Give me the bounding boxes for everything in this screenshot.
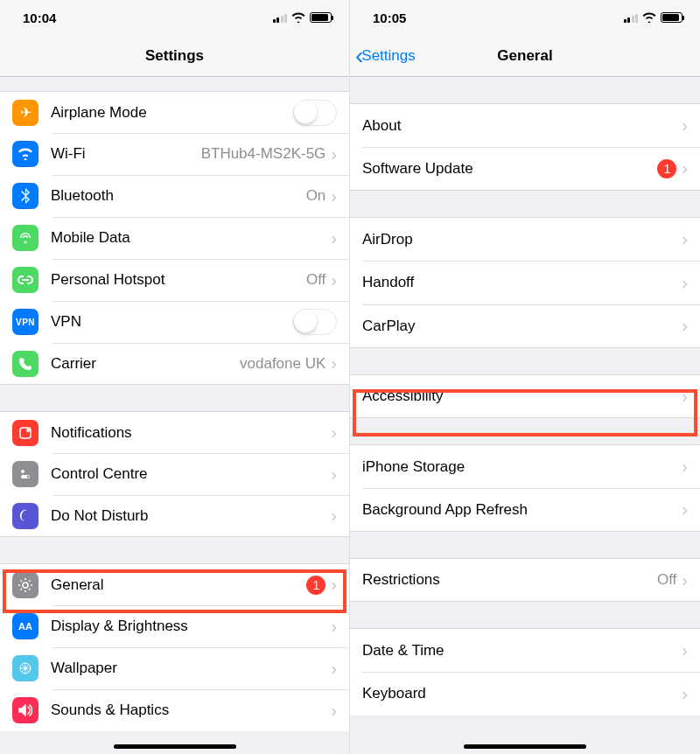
row-carplay[interactable]: CarPlay › <box>350 304 700 348</box>
row-label: Wallpaper <box>51 660 331 677</box>
row-carrier[interactable]: Carrier vodafone UK › <box>0 343 349 385</box>
row-label: Accessibility <box>362 387 682 405</box>
display-icon: AA <box>12 613 38 639</box>
settings-screen: 10:04 Settings ✈ Airplane Mode Wi-Fi BTH… <box>0 0 350 754</box>
row-accessibility[interactable]: Accessibility › <box>350 374 700 418</box>
chevron-right-icon: › <box>682 387 688 407</box>
row-keyboard[interactable]: Keyboard › <box>350 672 700 716</box>
chevron-right-icon: › <box>682 684 688 704</box>
row-label: Display & Brightness <box>51 618 331 635</box>
vpn-icon: VPN <box>12 309 38 335</box>
row-background-app-refresh[interactable]: Background App Refresh › <box>350 488 700 532</box>
row-date-time[interactable]: Date & Time › <box>350 628 700 672</box>
row-label: Control Centre <box>51 465 331 483</box>
row-display-brightness[interactable]: AA Display & Brightness › <box>0 605 349 647</box>
nav-bar: ‹ Settings General <box>350 35 700 77</box>
chevron-right-icon: › <box>682 158 688 178</box>
svg-point-4 <box>27 476 30 478</box>
row-label: VPN <box>51 313 293 331</box>
software-update-badge: 1 <box>657 159 676 178</box>
row-software-update[interactable]: Software Update 1 › <box>350 147 700 191</box>
chevron-right-icon: › <box>682 640 688 660</box>
row-airdrop[interactable]: AirDrop › <box>350 217 700 261</box>
row-label: General <box>51 576 306 594</box>
status-icons <box>624 12 683 23</box>
vpn-toggle[interactable] <box>293 309 337 335</box>
cellular-icon <box>624 13 639 23</box>
row-about[interactable]: About › <box>350 103 700 147</box>
row-mobile-data[interactable]: Mobile Data › <box>0 217 349 259</box>
chevron-right-icon: › <box>682 273 688 293</box>
chevron-right-icon: › <box>331 464 337 485</box>
nav-bar: Settings <box>0 35 349 77</box>
chevron-right-icon: › <box>682 457 688 477</box>
dnd-icon <box>12 503 38 529</box>
airplane-icon: ✈ <box>12 100 38 126</box>
row-value: On <box>306 187 326 205</box>
row-label: Mobile Data <box>51 229 331 247</box>
chevron-right-icon: › <box>682 316 688 336</box>
control-centre-icon <box>12 461 38 487</box>
row-label: About <box>362 117 682 135</box>
row-value: Off <box>306 271 326 289</box>
chevron-right-icon: › <box>331 506 337 526</box>
row-vpn[interactable]: VPN VPN <box>0 301 349 343</box>
row-label: Do Not Disturb <box>51 507 331 525</box>
row-general[interactable]: General 1 › <box>0 563 349 605</box>
clock: 10:04 <box>23 10 56 25</box>
row-label: Sounds & Haptics <box>51 702 331 719</box>
svg-point-1 <box>26 429 30 432</box>
chevron-right-icon: › <box>682 229 688 249</box>
row-label: Carrier <box>51 355 240 373</box>
row-label: Bluetooth <box>51 187 306 205</box>
page-title: Settings <box>145 47 204 65</box>
row-iphone-storage[interactable]: iPhone Storage › <box>350 444 700 488</box>
page-title: General <box>497 47 552 65</box>
wallpaper-icon <box>12 655 38 681</box>
row-do-not-disturb[interactable]: Do Not Disturb › <box>0 495 349 537</box>
bluetooth-icon <box>12 183 38 209</box>
row-label: Airplane Mode <box>51 104 293 122</box>
battery-icon <box>661 12 682 23</box>
back-button[interactable]: ‹ Settings <box>355 44 416 68</box>
row-label: CarPlay <box>362 318 682 335</box>
row-handoff[interactable]: Handoff › <box>350 261 700 304</box>
chevron-right-icon: › <box>331 144 337 164</box>
home-indicator[interactable] <box>114 744 236 749</box>
notifications-icon <box>12 420 38 446</box>
wifi-icon <box>291 12 305 23</box>
general-badge: 1 <box>306 576 326 595</box>
general-icon <box>12 572 38 598</box>
home-indicator[interactable] <box>464 744 586 749</box>
row-bluetooth[interactable]: Bluetooth On › <box>0 175 349 217</box>
chevron-right-icon: › <box>331 186 337 206</box>
row-label: Restrictions <box>362 571 657 589</box>
chevron-right-icon: › <box>682 499 688 520</box>
row-label: Personal Hotspot <box>51 271 306 289</box>
chevron-right-icon: › <box>331 422 337 443</box>
chevron-right-icon: › <box>682 115 688 136</box>
cellular-data-icon <box>12 225 38 251</box>
wifi-icon <box>642 12 656 23</box>
row-restrictions[interactable]: Restrictions Off › <box>350 558 700 602</box>
airplane-toggle[interactable] <box>293 100 337 126</box>
row-notifications[interactable]: Notifications › <box>0 411 349 453</box>
row-sounds-haptics[interactable]: Sounds & Haptics › <box>0 689 349 731</box>
row-value: vodafone UK <box>240 355 326 373</box>
row-wallpaper[interactable]: Wallpaper › <box>0 647 349 689</box>
row-wifi[interactable]: Wi-Fi BTHub4-MS2K-5G › <box>0 133 349 175</box>
wifi-settings-icon <box>12 141 38 167</box>
general-screen: 10:05 ‹ Settings General About › Softwar… <box>350 0 700 754</box>
clock: 10:05 <box>373 10 406 25</box>
chevron-right-icon: › <box>331 659 337 679</box>
row-personal-hotspot[interactable]: Personal Hotspot Off › <box>0 259 349 301</box>
row-label: Background App Refresh <box>362 501 682 519</box>
carrier-icon <box>12 351 38 377</box>
row-control-centre[interactable]: Control Centre › <box>0 453 349 495</box>
chevron-right-icon: › <box>331 353 337 374</box>
row-airplane-mode[interactable]: ✈ Airplane Mode <box>0 91 349 133</box>
svg-point-2 <box>21 470 24 473</box>
row-label: iPhone Storage <box>362 458 682 476</box>
chevron-right-icon: › <box>331 270 337 290</box>
chevron-right-icon: › <box>331 575 337 595</box>
